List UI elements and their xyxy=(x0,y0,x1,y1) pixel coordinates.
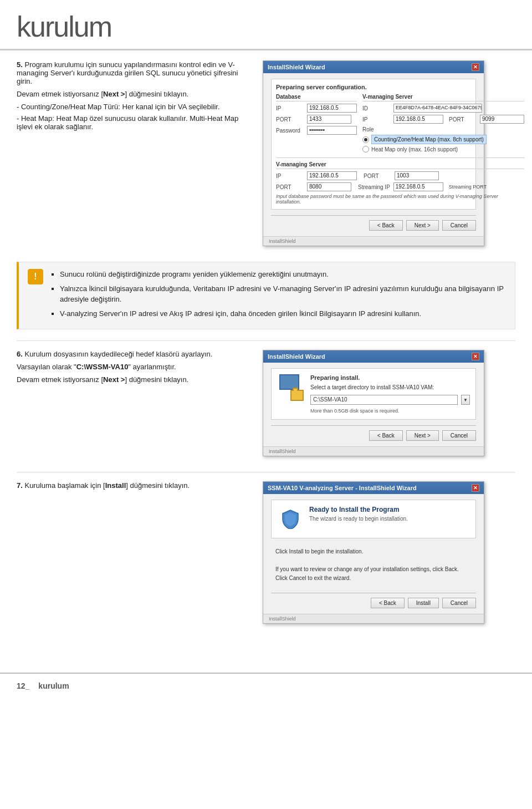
wizard-5-back-btn[interactable]: < Back xyxy=(369,220,403,231)
wizard-7-install-text1: Click Install to begin the installation. xyxy=(275,547,472,556)
wizard-5-ip-lbl4: IP xyxy=(276,173,304,179)
wizard-5-logo xyxy=(524,84,532,205)
wizard-7-title: SSM-VA10 V-analyzing Server - InstallShi… xyxy=(268,485,417,491)
section-5-text: 5. Program kurulumu için sunucu yapıland… xyxy=(17,60,249,246)
wizard-7-installshield-label: InstallShield xyxy=(269,616,296,622)
wizard-5-port-input5[interactable]: 8080 xyxy=(307,182,351,191)
section-7: 7. Kuruluma başlamak için [Install] düğm… xyxy=(17,481,515,624)
wizard-6-titlebar-buttons: ✕ xyxy=(472,353,479,360)
wizard-7-installshield-bar: InstallShield xyxy=(263,614,484,623)
wizard-5-ip-input2[interactable]: 192.168.0.5 xyxy=(393,115,443,124)
page-header: kurulum xyxy=(0,0,532,50)
wizard-7-titlebar: SSM-VA10 V-analyzing Server - InstallShi… xyxy=(263,482,484,494)
wizard-6-title: InstallShield Wizard xyxy=(268,353,325,360)
wizard-5-ip-row2: IP 192.168.0.5 PORT 9099 xyxy=(362,115,524,124)
wizard-5-role-lbl: Role xyxy=(362,126,374,133)
wizard-6-cancel-btn[interactable]: Cancel xyxy=(442,430,476,441)
wizard-5-radio1-label[interactable]: Counting/Zone/Heat Map (max. 8ch support… xyxy=(371,135,487,144)
wizard-7-close-btn[interactable]: ✕ xyxy=(472,484,479,492)
step5-bullet2a: - Heat Map: Heat Map özel sunucusu olara… xyxy=(17,114,190,123)
wizard-5-port-input4[interactable]: 1003 xyxy=(395,171,439,180)
wizard-6-section-label: Preparing install. xyxy=(310,374,470,381)
wizard-5-vmanaging-bottom-label: V-managing Server xyxy=(276,161,524,169)
wizard-5-ip-input1[interactable]: 192.168.0.5 xyxy=(307,104,357,113)
wizard-6-close-btn[interactable]: ✕ xyxy=(472,353,479,360)
wizard-5-radio2-row: Heat Map only (max. 16ch support) xyxy=(362,146,524,152)
step6-para2c: " ayarlanmıştır. xyxy=(128,363,176,371)
wizard-5-title: InstallShield Wizard xyxy=(268,64,325,70)
wizard-5-streaming-row: PORT 8080 Streaming IP 192.168.0.5 Strea… xyxy=(276,182,524,191)
wizard-5-top-section: Preparing server configuration. Database… xyxy=(271,79,476,210)
wizard-6-dir-note: More than 0.5GB disk space is required. xyxy=(310,408,470,414)
main-content: 5. Program kurulumu için sunucu yapıland… xyxy=(0,60,532,656)
wizard-5-streaming-ip-input[interactable]: 192.168.0.5 xyxy=(393,182,443,191)
wizard-6-nav: < Back Next > Cancel xyxy=(271,425,476,441)
wizard-6-dir-arrow[interactable]: ▼ xyxy=(461,395,470,405)
wizard-5-pw-input[interactable]: •••••••• xyxy=(307,126,357,135)
wizard-5-next-btn[interactable]: Next > xyxy=(406,220,439,231)
wizard-5-id-input[interactable]: EE4F8D7A-6478-4EAC-84F9-34C0679BF3DC xyxy=(393,104,482,113)
warning-section: ! Sunucu rolünü değiştirdiğinizde progra… xyxy=(17,262,515,329)
wizard-5-port-lbl2: PORT xyxy=(449,116,477,123)
wizard-6-icon-graphic xyxy=(277,374,304,401)
wizard-7-top: Ready to Install the Program The wizard … xyxy=(271,500,476,538)
wizard-6-installshield-bar: InstallShield xyxy=(263,446,484,456)
wizard-5-pw-lbl: Password xyxy=(276,128,304,134)
wizard-6-dir-input[interactable]: C:\SSM-VA10 xyxy=(310,395,458,405)
section-6-wizard: InstallShield Wizard ✕ xyxy=(263,350,495,456)
wizard-5-db-label: Database xyxy=(276,94,357,101)
wizard-5-streaming-port-lbl: Streaming PORT xyxy=(449,184,487,190)
wizard-5-radio1-dot[interactable] xyxy=(362,136,369,143)
wizard-5-ip-lbl2: IP xyxy=(362,116,390,123)
section-7-text: 7. Kuruluma başlamak için [Install] düğm… xyxy=(17,481,249,624)
footer-label: kurulum xyxy=(38,681,69,690)
section-6-text: 6. Kurulum dosyasının kaydedileceği hede… xyxy=(17,350,249,456)
step5-para2-pre: Devam etmek istiyorsanız [ xyxy=(17,90,103,98)
wizard-7-back-btn[interactable]: < Back xyxy=(371,598,405,608)
wizard-7-icon xyxy=(277,506,304,532)
wizard-6-next-btn[interactable]: Next > xyxy=(406,430,439,441)
wizard-5-ip-input4[interactable]: 192.168.0.5 xyxy=(307,171,357,180)
warning-icon-text: ! xyxy=(34,272,37,282)
wizard-7-cancel-btn[interactable]: Cancel xyxy=(442,598,476,608)
step6-para1: Kurulum dosyasının kaydedileceği hedef k… xyxy=(24,350,212,358)
warning-item-1: Sunucu rolünü değiştirdiğinizde programı… xyxy=(60,269,506,280)
wizard-5-id-row: ID EE4F8D7A-6478-4EAC-84F9-34C0679BF3DC xyxy=(362,104,524,113)
wizard-6-icon-area: Preparing install. Select a target direc… xyxy=(271,368,476,420)
wizard-7-ready-title: Ready to Install the Program xyxy=(309,506,470,513)
wizard-6-body: Preparing install. Select a target direc… xyxy=(263,363,484,446)
wizard-5-port-lbl5: PORT xyxy=(276,184,304,190)
wizard-5-titlebar: InstallShield Wizard ✕ xyxy=(263,61,484,73)
step7-install-bold: Install xyxy=(105,481,126,490)
step7-text-pre: Kuruluma başlamak için [ xyxy=(24,481,105,490)
wizard-6-back-btn[interactable]: < Back xyxy=(369,430,403,441)
step6-next-label: Next > xyxy=(103,375,125,384)
wizard-5-cancel-btn[interactable]: Cancel xyxy=(442,220,476,231)
section-divider-1 xyxy=(17,340,515,341)
wizard-6-dir-selector: C:\SSM-VA10 ▼ xyxy=(310,395,470,405)
wizard-5-port-lbl1: PORT xyxy=(276,116,304,123)
warning-item-2: Yalnızca İkincil bilgisayara kurulduğund… xyxy=(60,283,506,305)
wizard-5-radio2-dot[interactable] xyxy=(362,146,369,152)
step5-bullet1: - Counting/Zone/Heat Map Türü: Her kanal… xyxy=(17,103,220,111)
step5-next-label: Next > xyxy=(103,90,125,98)
wizard-5-pw-row: Password •••••••• xyxy=(276,126,357,135)
wizard-6-titlebar: InstallShield Wizard ✕ xyxy=(263,350,484,363)
wizard-7-install-text2: If you want to review or change any of y… xyxy=(275,565,472,583)
wizard-5-close-btn[interactable]: ✕ xyxy=(472,63,479,71)
warning-icon: ! xyxy=(28,269,43,284)
wizard-6-folder-icon xyxy=(290,390,304,401)
section-6: 6. Kurulum dosyasının kaydedileceği hede… xyxy=(17,350,515,456)
warning-item-3: V-analyzing Server'ın IP adresi ve Akış … xyxy=(60,308,506,319)
step6-para3-post: ] düğmesini tıklayın. xyxy=(125,375,188,384)
warning-content: Sunucu rolünü değiştirdiğinizde programı… xyxy=(50,269,506,322)
wizard-5-port-input1[interactable]: 1433 xyxy=(307,115,351,124)
wizard-5-section-label: Preparing server configuration. xyxy=(276,84,524,90)
section-5-wizard: InstallShield Wizard ✕ Preparing server … xyxy=(263,60,495,246)
wizard-6-step-title: Select a target directory to install SSM… xyxy=(310,384,470,390)
wizard-5-port-input2[interactable]: 9099 xyxy=(480,115,524,124)
wizard-7-body: Ready to Install the Program The wizard … xyxy=(263,494,484,614)
step6-para2b: C:\WSSM-VA10 xyxy=(76,363,129,371)
wizard-7-install-btn[interactable]: Install xyxy=(408,598,439,608)
wizard-5-installshield-label: InstallShield xyxy=(269,238,296,244)
